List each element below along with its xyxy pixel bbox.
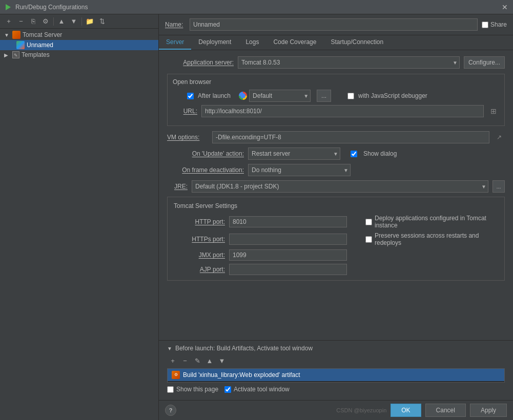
- show-dialog-label: Show dialog: [363, 150, 397, 157]
- jre-select[interactable]: Default (JDK1.8 - project SDK): [192, 180, 488, 193]
- on-frame-label: On frame deactivation:: [167, 166, 244, 174]
- browser-select-wrapper: Default Chrome Firefox ▼: [239, 90, 311, 102]
- name-row: Name: Share: [159, 14, 513, 35]
- settings-config-button[interactable]: ⚙: [40, 16, 51, 27]
- https-port-input[interactable]: [229, 234, 347, 245]
- move-down-button[interactable]: ▼: [68, 16, 79, 27]
- before-launch-header[interactable]: ▼ Before launch: Build Artifacts, Activa…: [167, 345, 505, 352]
- share-area: Share: [482, 21, 507, 28]
- on-frame-select-wrapper: Do nothing Update classes and resources …: [248, 164, 351, 176]
- move-up-button[interactable]: ▲: [56, 16, 67, 27]
- folder-button[interactable]: 📁: [84, 16, 95, 27]
- jmx-port-label: JMX port:: [174, 251, 225, 259]
- tab-startup-connection[interactable]: Startup/Connection: [323, 35, 391, 50]
- before-launch-edit-button[interactable]: ✎: [192, 355, 203, 366]
- name-input[interactable]: [190, 18, 478, 31]
- configure-button[interactable]: Configure...: [464, 56, 505, 69]
- before-launch-toolbar: + − ✎ ▲ ▼: [167, 355, 505, 366]
- run-icon: [4, 3, 12, 11]
- url-input[interactable]: [201, 105, 484, 117]
- on-update-label: On 'Update' action:: [167, 150, 244, 157]
- show-page-label: Show this page: [176, 386, 218, 393]
- jre-select-wrapper: Default (JDK1.8 - project SDK) ▼: [192, 180, 488, 193]
- http-port-input[interactable]: [229, 216, 347, 227]
- vm-expand-icon[interactable]: ↗: [494, 132, 505, 143]
- jre-more-button[interactable]: ...: [493, 180, 505, 193]
- js-debugger-label: with JavaScript debugger: [358, 92, 427, 99]
- ajp-port-input[interactable]: [229, 264, 347, 275]
- deploy-checkbox-row: Deploy applications configured in Tomcat…: [365, 215, 498, 229]
- http-port-label: HTTP port:: [174, 218, 225, 225]
- watermark: CSDN @biyezuopin: [336, 407, 386, 413]
- cancel-button[interactable]: Cancel: [425, 404, 466, 417]
- titlebar: Run/Debug Configurations ✕: [0, 0, 513, 14]
- on-update-select-wrapper: Restart server Update classes and resour…: [248, 148, 340, 160]
- templates-expand-icon: ▶: [4, 52, 10, 58]
- on-frame-select[interactable]: Do nothing Update classes and resources …: [248, 164, 351, 176]
- right-panel: Name: Share Server Deployment Logs Code …: [159, 14, 513, 420]
- main-content: + − ⎘ ⚙ ▲ ▼ 📁 ⇅ ▼ Tomcat Server: [0, 14, 513, 420]
- chrome-center: [240, 93, 245, 98]
- svg-marker-0: [6, 4, 11, 10]
- after-launch-checkbox[interactable]: [187, 93, 194, 99]
- before-launch-collapse-icon: ▼: [167, 346, 172, 351]
- close-button[interactable]: ✕: [501, 3, 509, 11]
- share-checkbox[interactable]: [482, 22, 488, 28]
- bottom-area: ? CSDN @biyezuopin OK Cancel Apply: [159, 400, 513, 420]
- after-launch-row: After launch Default Chrome Firefox ▼: [173, 90, 499, 102]
- tab-server[interactable]: Server: [159, 35, 191, 50]
- vm-options-input[interactable]: [212, 131, 489, 143]
- before-launch-down-button[interactable]: ▼: [216, 355, 228, 366]
- tabs-bar: Server Deployment Logs Code Coverage Sta…: [159, 35, 513, 50]
- activate-tool-checkbox[interactable]: [224, 386, 231, 393]
- tree-item-templates[interactable]: ▶ ✎ Templates: [0, 50, 158, 59]
- deploy-checkbox[interactable]: [365, 219, 372, 225]
- before-launch-up-button[interactable]: ▲: [204, 355, 215, 366]
- show-dialog-checkbox[interactable]: [351, 151, 357, 157]
- ajp-port-label: AJP port:: [174, 266, 225, 273]
- tomcat-settings-title: Tomcat Server Settings: [174, 202, 498, 209]
- before-launch-item[interactable]: ⚙ Build 'xinhua_library:Web exploded' ar…: [168, 369, 504, 381]
- tomcat-server-label: Tomcat Server: [23, 31, 62, 38]
- expand-icon: ▼: [4, 32, 10, 38]
- browser-more-button[interactable]: ...: [317, 90, 331, 102]
- after-launch-label: After launch: [198, 92, 231, 99]
- url-browse-icon[interactable]: ⊞: [488, 106, 499, 117]
- on-update-select[interactable]: Restart server Update classes and resour…: [248, 148, 340, 160]
- bottom-area-left: ?: [159, 402, 330, 419]
- url-label: URL:: [173, 108, 197, 115]
- tomcat-server-icon: [12, 31, 20, 39]
- left-panel: + − ⎘ ⚙ ▲ ▼ 📁 ⇅ ▼ Tomcat Server: [0, 14, 159, 420]
- tree-item-unnamed[interactable]: Unnamed: [0, 40, 158, 50]
- browser-select[interactable]: Default Chrome Firefox: [249, 90, 311, 102]
- ok-button[interactable]: OK: [391, 404, 421, 417]
- name-label: Name:: [165, 21, 186, 28]
- server-tab-content: Application server: Tomcat 8.0.53 ▼ Conf…: [159, 50, 513, 340]
- add-config-button[interactable]: +: [3, 16, 14, 27]
- tree-item-tomcat-server[interactable]: ▼ Tomcat Server: [0, 30, 158, 40]
- sort-button[interactable]: ⇅: [96, 16, 108, 27]
- port-grid: HTTP port: Deploy applications configure…: [174, 215, 498, 275]
- before-launch-section: ▼ Before launch: Build Artifacts, Activa…: [159, 340, 513, 400]
- jmx-port-input[interactable]: [229, 249, 347, 261]
- before-launch-title: Before launch: Build Artifacts, Activate…: [175, 345, 313, 352]
- apply-button[interactable]: Apply: [470, 404, 507, 417]
- before-launch-add-button[interactable]: +: [167, 355, 178, 366]
- app-server-select[interactable]: Tomcat 8.0.53: [238, 56, 460, 69]
- copy-config-button[interactable]: ⎘: [28, 16, 39, 27]
- templates-label: Templates: [22, 51, 50, 58]
- artifact-icon: ⚙: [172, 371, 180, 379]
- tab-logs[interactable]: Logs: [238, 35, 266, 50]
- tomcat-settings-section: Tomcat Server Settings HTTP port: Deploy…: [167, 197, 505, 281]
- tab-deployment[interactable]: Deployment: [191, 35, 238, 50]
- https-port-label: HTTPs port:: [174, 236, 225, 243]
- help-button[interactable]: ?: [165, 405, 176, 416]
- show-page-checkbox[interactable]: [167, 386, 174, 393]
- tab-code-coverage[interactable]: Code Coverage: [266, 35, 323, 50]
- unnamed-icon: [16, 41, 25, 49]
- before-launch-remove-button[interactable]: −: [179, 355, 191, 366]
- preserve-checkbox[interactable]: [365, 236, 372, 243]
- remove-config-button[interactable]: −: [15, 16, 27, 27]
- js-debugger-checkbox[interactable]: [347, 93, 354, 99]
- toolbar-separator-1: [53, 17, 54, 26]
